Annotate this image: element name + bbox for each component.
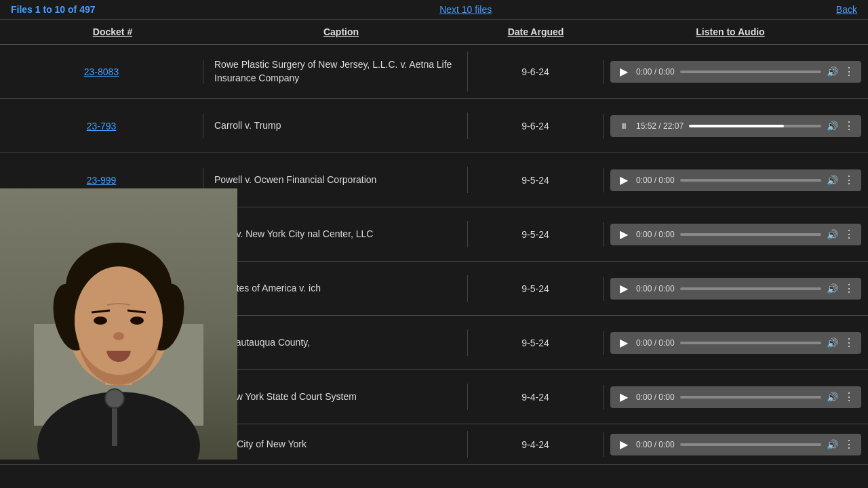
pause-button[interactable]: ⏸	[617, 119, 631, 133]
volume-icon[interactable]: 🔊	[827, 66, 838, 77]
play-button[interactable]: ▶	[617, 228, 631, 241]
docket-link[interactable]: 23-793	[87, 121, 117, 131]
progress-bar[interactable]	[680, 443, 821, 446]
caption-cell: v. Chautauqua County,	[203, 329, 468, 357]
play-button[interactable]: ▶	[617, 336, 631, 350]
volume-icon[interactable]: 🔊	[827, 121, 838, 131]
audio-player: ▶0:00 / 0:00🔊⋮	[610, 278, 861, 300]
play-button[interactable]: ▶	[617, 174, 631, 187]
caption-cell: Won v. New York City nal Center, LLC	[203, 221, 468, 248]
top-navigation-bar: Files 1 to 10 of 497 Next 10 files Back	[0, 0, 868, 20]
audio-cell: ▶0:00 / 0:00🔊⋮	[604, 382, 868, 412]
volume-icon[interactable]: 🔊	[827, 229, 838, 240]
more-options-icon[interactable]: ⋮	[844, 174, 854, 186]
time-display: 0:00 / 0:00	[636, 392, 675, 402]
progress-bar[interactable]	[680, 70, 821, 73]
date-cell: 9-5-24	[468, 277, 604, 301]
time-display: 0:00 / 0:00	[636, 230, 675, 239]
time-display: 0:00 / 0:00	[636, 440, 675, 449]
caption-cell: Rowe Plastic Surgery of New Jersey, L.L.…	[203, 52, 468, 92]
volume-icon[interactable]: 🔊	[827, 439, 838, 450]
play-button[interactable]: ▶	[617, 65, 631, 79]
audio-player: ▶0:00 / 0:00🔊⋮	[610, 169, 861, 191]
audio-cell: ▶0:00 / 0:00🔊⋮	[604, 328, 868, 358]
progress-bar[interactable]	[680, 287, 821, 290]
progress-bar[interactable]	[680, 233, 821, 236]
caption-header: Caption	[214, 26, 468, 37]
audio-player: ⏸15:52 / 22:07🔊⋮	[610, 115, 861, 137]
volume-icon[interactable]: 🔊	[827, 175, 838, 186]
volume-icon[interactable]: 🔊	[827, 338, 838, 348]
video-overlay	[0, 188, 237, 460]
date-cell: 9-6-24	[468, 114, 604, 138]
progress-bar[interactable]	[689, 125, 821, 127]
more-options-icon[interactable]: ⋮	[844, 390, 854, 403]
time-display: 0:00 / 0:00	[636, 284, 675, 293]
more-options-icon[interactable]: ⋮	[844, 65, 854, 78]
docket-cell: 23-793	[0, 114, 203, 138]
audio-player: ▶0:00 / 0:00🔊⋮	[610, 434, 861, 455]
docket-header: Docket #	[11, 26, 214, 37]
progress-bar[interactable]	[680, 179, 821, 182]
audio-header: Listen to Audio	[604, 26, 857, 37]
date-cell: 9-6-24	[468, 60, 604, 84]
more-options-icon[interactable]: ⋮	[844, 282, 854, 295]
play-button[interactable]: ▶	[617, 282, 631, 296]
date-cell: 9-5-24	[468, 168, 604, 192]
files-count: Files 1 to 10 of 497	[11, 4, 96, 15]
volume-icon[interactable]: 🔊	[827, 283, 838, 294]
date-header: Date Argued	[468, 26, 604, 37]
video-canvas	[0, 188, 237, 460]
docket-cell: 23-8083	[0, 60, 203, 84]
audio-player: ▶0:00 / 0:00🔊⋮	[610, 386, 861, 408]
time-display: 0:00 / 0:00	[636, 338, 675, 348]
caption-cell: Powell v. Ocwen Financial Corporation	[203, 167, 468, 194]
volume-icon[interactable]: 🔊	[827, 392, 838, 403]
date-cell: 9-5-24	[468, 331, 604, 355]
time-display: 15:52 / 22:07	[636, 121, 684, 131]
caption-cell: v. New York State d Court System	[203, 384, 468, 411]
back-link[interactable]: Back	[836, 4, 857, 15]
audio-cell: ▶0:00 / 0:00🔊⋮	[604, 165, 868, 195]
progress-fill	[689, 125, 784, 127]
audio-cell: ▶0:00 / 0:00🔊⋮	[604, 220, 868, 249]
next-files-link[interactable]: Next 10 files	[439, 4, 492, 15]
play-button[interactable]: ▶	[617, 438, 631, 451]
docket-link[interactable]: 23-8083	[84, 66, 119, 77]
caption-cell: d States of America v. ich	[203, 275, 468, 302]
audio-cell: ⏸15:52 / 22:07🔊⋮	[604, 111, 868, 141]
table-row: 23-793Carroll v. Trump9-6-24⏸15:52 / 22:…	[0, 99, 868, 153]
more-options-icon[interactable]: ⋮	[844, 119, 854, 132]
date-cell: 9-4-24	[468, 385, 604, 409]
audio-player: ▶0:00 / 0:00🔊⋮	[610, 61, 861, 83]
audio-cell: ▶0:00 / 0:00🔊⋮	[604, 430, 868, 460]
date-cell: 9-4-24	[468, 432, 604, 457]
audio-player: ▶0:00 / 0:00🔊⋮	[610, 332, 861, 354]
progress-bar[interactable]	[680, 342, 821, 344]
table-header: Docket # Caption Date Argued Listen to A…	[0, 20, 868, 45]
more-options-icon[interactable]: ⋮	[844, 228, 854, 241]
date-cell: 9-5-24	[468, 222, 604, 247]
progress-bar[interactable]	[680, 396, 821, 399]
table-row: 23-8083Rowe Plastic Surgery of New Jerse…	[0, 45, 868, 99]
more-options-icon[interactable]: ⋮	[844, 438, 854, 451]
docket-link[interactable]: 23-999	[87, 175, 117, 186]
audio-cell: ▶0:00 / 0:00🔊⋮	[604, 274, 868, 304]
more-options-icon[interactable]: ⋮	[844, 336, 854, 349]
time-display: 0:00 / 0:00	[636, 67, 675, 77]
play-button[interactable]: ▶	[617, 390, 631, 404]
time-display: 0:00 / 0:00	[636, 176, 675, 185]
audio-player: ▶0:00 / 0:00🔊⋮	[610, 224, 861, 245]
caption-cell: on v. City of New York	[203, 431, 468, 458]
audio-cell: ▶0:00 / 0:00🔊⋮	[604, 57, 868, 87]
caption-cell: Carroll v. Trump	[203, 113, 468, 140]
